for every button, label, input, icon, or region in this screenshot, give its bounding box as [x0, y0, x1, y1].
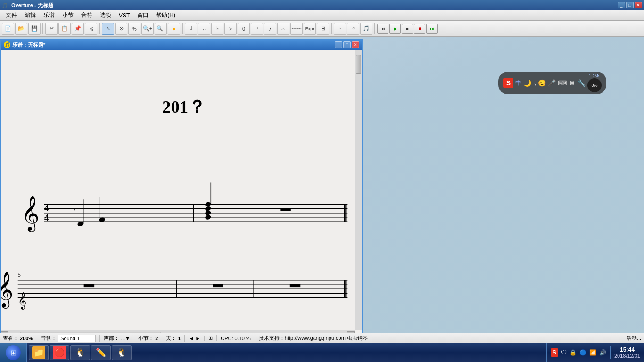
fermata-button[interactable]: 𝄐	[334, 23, 346, 35]
tray-bluetooth[interactable]: 🔵	[579, 349, 586, 356]
expr-button[interactable]: Expr	[304, 23, 316, 35]
taskbar-explorer[interactable]: 📁	[29, 345, 49, 360]
support-text: 技术支持：http://www.gangqinpu.com 虫虫钢琴	[259, 335, 368, 342]
fast-forward-button[interactable]: ⏭	[426, 24, 438, 34]
next-button[interactable]: ►	[195, 336, 200, 341]
toolbar-separator-2	[99, 23, 100, 34]
menu-window[interactable]: 窗口	[133, 10, 152, 20]
number-button[interactable]: 0	[238, 23, 250, 35]
scrollbar-thumb-v[interactable]	[356, 55, 361, 74]
taskbar-note-app[interactable]: ✏️	[91, 345, 111, 360]
sound-dropdown[interactable]: Sound 1	[58, 335, 96, 342]
play-button[interactable]: ▶	[389, 24, 401, 34]
clock-time: 15:44	[620, 346, 635, 353]
record-button[interactable]: ⏺	[414, 24, 425, 34]
chord-button[interactable]: ⊞	[317, 23, 329, 35]
svg-text:𝄞: 𝄞	[18, 292, 26, 310]
measure-value: 2	[155, 336, 158, 341]
sound-value: Sound 1	[60, 336, 80, 341]
minimize-button[interactable]: _	[618, 2, 625, 8]
slur-button[interactable]: ⌢	[277, 23, 289, 35]
sougou-dot-icon[interactable]: ·,	[533, 81, 536, 86]
svg-text:5: 5	[18, 272, 21, 278]
voice-status: 声部： ...▼	[104, 335, 134, 342]
close-button[interactable]: ✕	[635, 2, 642, 8]
menu-options[interactable]: 选项	[96, 10, 115, 20]
menu-note[interactable]: 音符	[77, 10, 96, 20]
percent-tool[interactable]: %	[128, 23, 140, 35]
note-quarter-button[interactable]: ♩	[185, 23, 197, 35]
toolbar: 📄 📂 💾 ✂ 📋 📌 🖨 ↖ ⊗ % 🔍+ 🔍- ● ♩ ♩. ♭ > 0 P…	[0, 21, 644, 37]
prev-button[interactable]: ◄	[189, 336, 194, 341]
accent-button[interactable]: >	[224, 23, 237, 35]
taskbar-qq[interactable]: 🐧	[70, 345, 90, 360]
tray-sougou[interactable]: S	[551, 348, 558, 357]
stop-button[interactable]: ■	[402, 24, 413, 34]
print-button[interactable]: 🖨	[85, 23, 97, 35]
zoom-out-button[interactable]: 🔍-	[155, 23, 167, 35]
cpu-text: CPU: 0.10 %	[221, 336, 251, 341]
tray-icon1[interactable]: 🛡	[561, 349, 567, 356]
score-maximize-button[interactable]: □	[343, 41, 351, 48]
highlight-button[interactable]: ●	[168, 23, 180, 35]
menu-file[interactable]: 文件	[2, 10, 21, 20]
menu-help[interactable]: 帮助(H)	[152, 10, 179, 20]
svg-rect-36	[84, 284, 94, 287]
sougou-mic-icon[interactable]: 🎤	[548, 79, 556, 87]
zoom-value: 200%	[20, 336, 33, 341]
score-minimize-button[interactable]: _	[335, 41, 342, 48]
cut-button[interactable]: ✂	[45, 23, 58, 35]
toolbar-separator-5	[374, 23, 375, 34]
note-dotted-button[interactable]: ♩.	[198, 23, 210, 35]
tray-network[interactable]: 📶	[589, 349, 596, 356]
sougou-keyboard-icon[interactable]: ⌨	[558, 79, 567, 87]
paste-button[interactable]: 📌	[72, 23, 84, 35]
clock-date: 2018/12/31	[614, 353, 640, 359]
taskbar-360[interactable]: 🔴	[50, 345, 69, 360]
menu-vst[interactable]: VST	[115, 11, 133, 20]
menu-edit[interactable]: 编辑	[21, 10, 40, 20]
menu-measure[interactable]: 小节	[58, 10, 77, 20]
tray-icon2[interactable]: 🔒	[570, 349, 577, 356]
score-title: 乐谱：无标题*	[12, 41, 335, 49]
sougou-logo[interactable]: S	[503, 78, 513, 88]
open-button[interactable]: 📂	[15, 23, 27, 35]
trill-button[interactable]: ~~~~	[290, 23, 303, 35]
save-button[interactable]: 💾	[28, 23, 41, 35]
svg-text:𝄞: 𝄞	[21, 196, 39, 232]
vertical-scrollbar[interactable]	[355, 50, 362, 330]
rewind-button[interactable]: ⏮	[377, 24, 388, 34]
new-button[interactable]: 📄	[2, 23, 14, 35]
sougou-emoji-icon[interactable]: 😊	[538, 79, 546, 87]
voice-label: 声部：	[104, 335, 119, 342]
select-tool[interactable]: ↖	[102, 23, 114, 35]
svg-text:𝄞: 𝄞	[1, 272, 13, 309]
qq-icon: 🐧	[74, 346, 87, 359]
score-close-button[interactable]: ✕	[352, 41, 359, 48]
flat-button[interactable]: ♭	[211, 23, 223, 35]
time-sig-button[interactable]: 𝄴	[347, 23, 359, 35]
zoom-in-button[interactable]: 🔍+	[141, 23, 154, 35]
sougou-wrench-icon[interactable]: 🔧	[578, 79, 586, 87]
score-icon: 🎵	[4, 41, 10, 48]
sougou-moon-icon[interactable]: 🌙	[523, 79, 531, 87]
sougou-chinese-icon[interactable]: 中	[515, 79, 521, 87]
measure-label: 小节：	[138, 335, 154, 342]
key-sig-button[interactable]: 🎵	[360, 23, 372, 35]
fit-button-area[interactable]: ⊞	[208, 335, 217, 341]
voice-value[interactable]: ...▼	[121, 336, 130, 341]
note-p-button[interactable]: P	[251, 23, 263, 35]
note-app-icon: ✏️	[94, 346, 107, 359]
start-button[interactable]: ⊞	[0, 343, 27, 362]
toolbar-separator-4	[331, 23, 332, 34]
note-eighth-button[interactable]: ♪	[264, 23, 276, 35]
taskbar-qq2[interactable]: 🐧	[112, 345, 132, 360]
copy-button[interactable]: 📋	[58, 23, 71, 35]
clock-area[interactable]: 15:44 2018/12/31	[610, 346, 644, 359]
fit-button[interactable]: ⊞	[208, 335, 213, 341]
menu-score[interactable]: 乐谱	[40, 10, 58, 20]
tray-volume[interactable]: 🔊	[599, 349, 606, 356]
sougou-monitor-icon[interactable]: 🖥	[569, 79, 576, 87]
maximize-button[interactable]: □	[626, 2, 634, 8]
eraser-tool[interactable]: ⊗	[115, 23, 127, 35]
